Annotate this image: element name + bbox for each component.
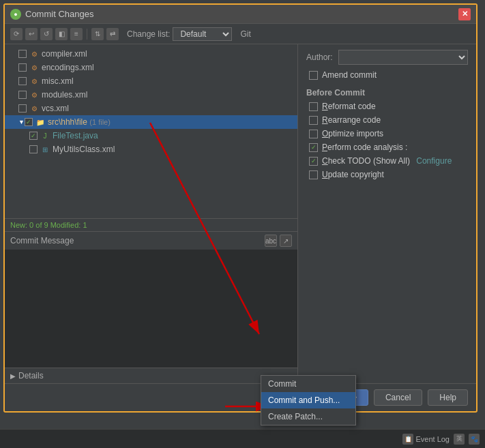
title-bar: ● Commit Changes ✕ [5,5,476,24]
perform-label: Perform code analysis : [322,143,407,152]
checkbox-encodings[interactable] [18,63,27,72]
file-name-src: src\hhh\file [48,117,87,127]
tree-item-filetest[interactable]: J FileTest.java [5,129,297,143]
perform-checkbox[interactable] [309,143,318,152]
amend-checkbox[interactable] [309,71,318,80]
dropdown-item-create-patch[interactable]: Create Patch... [261,408,355,425]
amend-row: Amend commit [306,70,468,80]
checkbox-filetest[interactable] [29,132,38,140]
file-name-misc: misc.xml [42,76,74,86]
taskbar-lang[interactable]: 英 [454,434,465,445]
change-list-dropdown[interactable]: Default [173,27,232,41]
reformat-checkbox[interactable] [309,102,318,111]
toolbar: ⟳ ↩ ↺ ◧ ≡ ⇅ ⇄ Change list: Default Git [5,24,476,44]
commit-dropdown-menu: Commit Commit and Push... Create Patch..… [261,375,356,425]
toolbar-icon-7[interactable]: ⇄ [106,28,119,40]
toolbar-icon-2[interactable]: ↩ [25,28,38,40]
help-button[interactable]: Help [428,389,468,406]
event-log-label: Event Log [415,435,450,443]
lang-icon: 英 [454,434,465,445]
status-text: New: 0 of 9 Modified: 1 [10,221,87,229]
checkbox-compiler[interactable] [18,50,27,58]
option-update-copyright: Update copyright [309,170,468,179]
file-count-badge: (1 file) [89,118,111,126]
taskbar: 📋 Event Log 英 🐾 [0,429,485,448]
title-bar-left: ● Commit Changes [10,9,93,20]
optimize-label: Optimize imports [322,129,383,138]
tree-item-misc[interactable]: ⚙ misc.xml [5,74,297,88]
spell-check-icon[interactable]: abc [265,235,277,247]
app-icon: ● [10,9,21,20]
commit-message-header: Commit Message abc ↗ [5,232,297,250]
xml-file-icon: ⚙ [29,49,39,59]
file-name-filetest: FileTest.java [53,131,98,140]
before-commit-label: Before Commit [306,88,468,98]
file-name-compiler: compiler.xml [42,49,87,59]
paw-icon: 🐾 [469,434,480,445]
file-tree[interactable]: ⚙ compiler.xml ⚙ encodings.xml ⚙ m [5,44,297,218]
left-panel: ⚙ compiler.xml ⚙ encodings.xml ⚙ m [5,44,298,383]
rearrange-label: Rearrange code [322,115,381,125]
tree-item-vcs[interactable]: ⚙ vcs.xml [5,102,297,115]
author-row: Author: [306,50,468,65]
tree-status: New: 0 of 9 Modified: 1 [5,218,297,231]
xml-file-icon-3: ⚙ [29,76,39,86]
option-perform: Perform code analysis : [309,143,468,152]
commit-message-label: Commit Message [10,236,74,245]
change-list-label: Change list: [127,29,170,39]
toolbar-icon-3[interactable]: ↺ [40,28,53,40]
check-todo-label: Check TODO (Show All) [322,156,410,166]
dialog-title: Commit Changes [25,9,93,19]
folder-icon: 📁 [35,117,45,127]
option-reformat: Reformat code [309,102,468,111]
check-todo-checkbox[interactable] [309,157,318,166]
author-label: Author: [306,53,333,62]
details-label: Details [18,371,44,380]
tree-item-modules[interactable]: ⚙ modules.xml [5,88,297,102]
checkbox-misc[interactable] [18,77,27,85]
rearrange-checkbox[interactable] [309,116,318,125]
reformat-label: Reformat code [322,102,376,111]
main-content: ⚙ compiler.xml ⚙ encodings.xml ⚙ m [5,44,476,383]
update-copyright-label: Update copyright [322,170,384,179]
taskbar-event-log[interactable]: 📋 Event Log [402,434,450,445]
update-copyright-checkbox[interactable] [309,170,318,179]
file-name-myutils: MyUtilsClass.xml [53,145,115,154]
author-dropdown[interactable] [338,50,468,65]
xml-file-icon-2: ⚙ [29,63,39,72]
tree-item-encodings[interactable]: ⚙ encodings.xml [5,61,297,74]
commit-message-input[interactable] [5,250,297,368]
amend-label: Amend commit [322,70,377,80]
close-button[interactable]: ✕ [458,8,471,20]
tree-item-myutils[interactable]: ⊞ MyUtilsClass.xml [5,143,297,156]
right-panel: Author: Amend commit Before Commit Refor [298,44,476,383]
taskbar-paw[interactable]: 🐾 [469,434,480,445]
toolbar-icon-5[interactable]: ≡ [70,28,83,40]
before-commit-options: Reformat code Rearrange code Optimize im… [306,102,468,179]
dropdown-item-commit-push[interactable]: Commit and Push... [261,392,355,408]
checkbox-src[interactable] [25,118,33,126]
commit-message-section: Commit Message abc ↗ [5,231,297,368]
tree-item-compiler[interactable]: ⚙ compiler.xml [5,47,297,61]
checkbox-vcs[interactable] [18,104,27,113]
interface-file-icon: ⊞ [40,145,50,154]
checkbox-myutils[interactable] [29,145,38,153]
dropdown-item-commit[interactable]: Commit [261,376,355,392]
cancel-button[interactable]: Cancel [374,389,422,406]
toolbar-icon-6[interactable]: ⇅ [91,28,104,40]
toolbar-icon-1[interactable]: ⟳ [10,28,23,40]
event-log-icon: 📋 [402,434,413,445]
commit-template-icon[interactable]: ↗ [280,235,292,247]
option-rearrange: Rearrange code [309,115,468,125]
optimize-checkbox[interactable] [309,130,318,138]
details-arrow-icon: ▶ [10,372,16,380]
file-name-modules: modules.xml [42,90,87,100]
details-section[interactable]: ▶ Details ··· [5,368,297,383]
tree-item-src-folder[interactable]: ▼ 📁 src\hhh\file (1 file) [5,115,297,129]
toolbar-icon-4[interactable]: ◧ [55,28,68,40]
commit-changes-dialog: ● Commit Changes ✕ ⟳ ↩ ↺ ◧ ≡ ⇅ ⇄ Change … [3,3,477,413]
configure-link[interactable]: Configure [414,156,452,166]
commit-message-icons: abc ↗ [265,235,292,247]
expand-arrow: ▼ [18,119,25,125]
checkbox-modules[interactable] [18,91,27,99]
